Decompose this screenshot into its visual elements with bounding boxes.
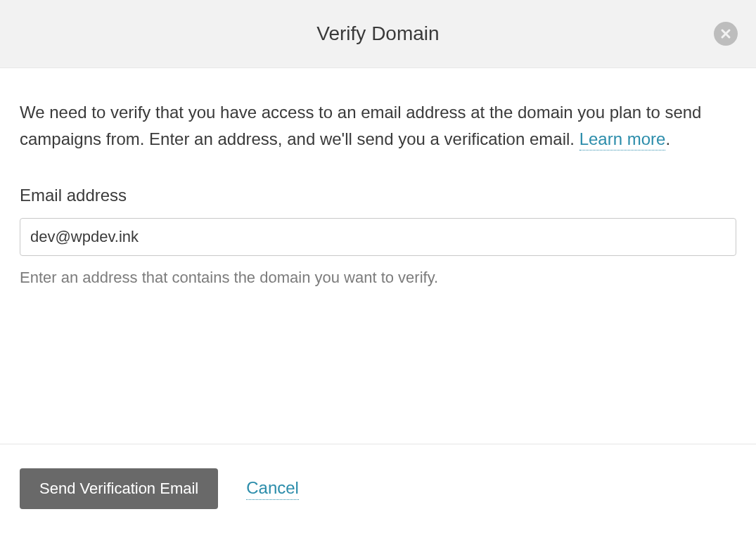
- verify-domain-modal: Verify Domain We need to verify that you…: [0, 0, 756, 533]
- email-helper-text: Enter an address that contains the domai…: [20, 269, 736, 287]
- email-field-label: Email address: [20, 186, 736, 205]
- description-after: .: [665, 129, 670, 148]
- cancel-link[interactable]: Cancel: [246, 478, 299, 500]
- modal-footer: Send Verification Email Cancel: [0, 444, 756, 533]
- modal-header: Verify Domain: [0, 0, 756, 68]
- email-input[interactable]: [20, 218, 736, 256]
- send-verification-button[interactable]: Send Verification Email: [20, 468, 218, 509]
- learn-more-link[interactable]: Learn more: [579, 129, 666, 150]
- close-icon: [720, 28, 731, 39]
- close-button[interactable]: [714, 22, 738, 46]
- modal-body: We need to verify that you have access t…: [0, 68, 756, 444]
- modal-title: Verify Domain: [316, 23, 439, 45]
- modal-description: We need to verify that you have access t…: [20, 99, 736, 153]
